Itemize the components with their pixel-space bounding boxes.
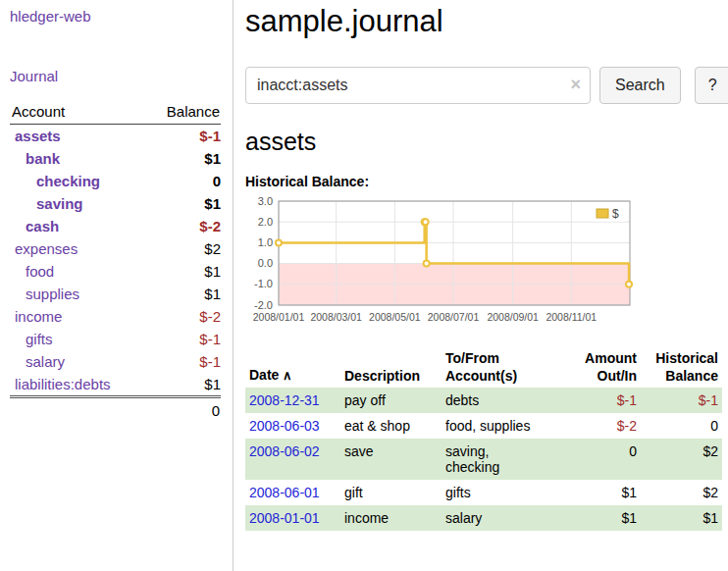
account-row: gifts$-1 [10, 328, 221, 350]
account-link-checking[interactable]: checking [36, 173, 100, 189]
description-cell: income [340, 505, 442, 531]
balance-cell: 0 [641, 413, 722, 439]
date-cell: 2008-06-01 [245, 480, 340, 505]
y-tick-label: 1.0 [258, 236, 273, 248]
account-link-saving[interactable]: saving [36, 195, 83, 212]
sidebar-item-journal[interactable]: Journal [10, 68, 221, 84]
y-tick-label: -1.0 [254, 278, 273, 289]
historical-balance-chart: 3.02.01.00.0-1.0-2.02008/01/012008/03/01… [245, 195, 728, 333]
data-point-marker [276, 239, 282, 245]
amount-cell: 0 [566, 439, 641, 480]
search-box: × [245, 67, 591, 104]
amount-cell: $1 [566, 480, 641, 505]
account-name-cell: checking [10, 170, 145, 192]
account-name-cell: food [10, 260, 145, 283]
sort-asc-icon[interactable]: ∧ [279, 368, 291, 383]
account-row: bank$1 [10, 147, 221, 170]
register-header-historical-balance: HistoricalBalance [641, 346, 722, 388]
account-link-assets[interactable]: assets [15, 128, 61, 144]
account-name-cell: expenses [10, 237, 145, 260]
amount-cell: $1 [566, 505, 641, 531]
register-row: 2008-06-02savesaving, checking0$2 [245, 439, 722, 480]
account-link-bank[interactable]: bank [26, 150, 60, 167]
clear-search-icon[interactable]: × [570, 75, 581, 94]
account-link-liabilities-debts[interactable]: liabilities:debts [15, 376, 111, 392]
account-link-supplies[interactable]: supplies [26, 286, 79, 302]
account-link-food[interactable]: food [26, 263, 54, 280]
account-link-gifts[interactable]: gifts [26, 331, 53, 347]
accounts-cell: food, supplies [442, 413, 566, 439]
register-header-description: Description [340, 346, 442, 388]
app-title-link[interactable]: hledger-web [10, 8, 221, 25]
account-name-cell: income [10, 305, 145, 328]
account-name-cell: cash [10, 215, 145, 237]
account-row: expenses$2 [10, 237, 221, 260]
accounts-cell: gifts [442, 480, 566, 505]
date-cell: 2008-06-02 [245, 439, 340, 480]
help-button[interactable]: ? [695, 67, 728, 104]
description-cell: pay off [340, 388, 442, 413]
x-tick-label: 2008/05/01 [369, 311, 421, 323]
account-link-income[interactable]: income [15, 308, 62, 325]
date-link[interactable]: 2008-06-03 [249, 418, 320, 434]
account-row: checking0 [10, 170, 221, 192]
balance-cell: $-1 [641, 388, 722, 413]
account-balance: $-1 [145, 328, 221, 350]
page-title: sample.journal [245, 4, 728, 39]
account-balance: $2 [145, 237, 221, 260]
account-link-salary[interactable]: salary [26, 353, 65, 370]
description-cell: eat & shop [340, 413, 442, 439]
account-name-cell: salary [10, 350, 145, 373]
register-header-row: Date ∧DescriptionTo/FromAccount(s)Amount… [245, 346, 722, 388]
accounts-cell: salary [442, 505, 566, 531]
main-content: sample.journal × Search ? assets Histori… [234, 0, 728, 571]
legend-swatch [597, 209, 608, 218]
search-input[interactable] [245, 67, 591, 104]
account-balance: $1 [145, 192, 221, 215]
y-tick-label: -2.0 [254, 299, 273, 311]
account-link-cash[interactable]: cash [26, 218, 59, 234]
accounts-header-row: Account Balance [10, 100, 221, 125]
register-row: 2008-06-01giftgifts$1$2 [245, 480, 722, 505]
account-balance: $1 [145, 260, 221, 283]
date-cell: 2008-01-01 [245, 505, 340, 531]
balance-cell: $2 [641, 439, 722, 480]
search-bar: × Search ? [245, 67, 728, 104]
account-link-expenses[interactable]: expenses [15, 240, 78, 257]
account-row: cash$-2 [10, 215, 221, 237]
account-name-cell: bank [10, 147, 145, 170]
register-header-to-from-account-s-: To/FromAccount(s) [442, 346, 566, 388]
date-link[interactable]: 2008-12-31 [249, 392, 320, 408]
date-link[interactable]: 2008-01-01 [249, 510, 320, 526]
account-name-cell: gifts [10, 328, 145, 350]
accounts-cell: debts [442, 388, 566, 413]
register-row: 2008-01-01incomesalary$1$1 [245, 505, 722, 531]
accounts-header-balance: Balance [145, 100, 221, 125]
account-balance: $1 [145, 373, 221, 395]
date-link[interactable]: 2008-06-01 [249, 485, 320, 500]
date-cell: 2008-06-03 [245, 413, 340, 439]
legend-label: $ [612, 207, 619, 221]
accounts-total-row: 0 [10, 395, 221, 419]
register-header-date[interactable]: Date ∧ [245, 346, 340, 388]
x-tick-label: 2008/09/01 [487, 311, 539, 323]
accounts-table: Account Balance assets$-1bank$1checking0… [10, 100, 221, 419]
balance-cell: $2 [641, 480, 722, 505]
account-row: saving$1 [10, 192, 221, 215]
y-tick-label: 2.0 [258, 216, 273, 228]
data-point-marker [423, 219, 429, 225]
data-point-marker [626, 282, 632, 287]
account-name-cell: assets [10, 125, 145, 147]
accounts-cell: saving, checking [442, 439, 566, 480]
balance-chart-svg: 3.02.01.00.0-1.0-2.02008/01/012008/03/01… [245, 195, 640, 329]
hledger-web-app: hledger-web Journal Account Balance asse… [0, 0, 728, 571]
account-name-cell: supplies [10, 283, 145, 305]
account-row: income$-2 [10, 305, 221, 328]
account-row: assets$-1 [10, 125, 221, 147]
accounts-header-account: Account [10, 100, 145, 125]
account-row: supplies$1 [10, 283, 221, 305]
search-button[interactable]: Search [599, 67, 681, 104]
balance-cell: $1 [641, 505, 722, 531]
date-link[interactable]: 2008-06-02 [249, 443, 320, 459]
account-name-cell: liabilities:debts [10, 373, 145, 395]
